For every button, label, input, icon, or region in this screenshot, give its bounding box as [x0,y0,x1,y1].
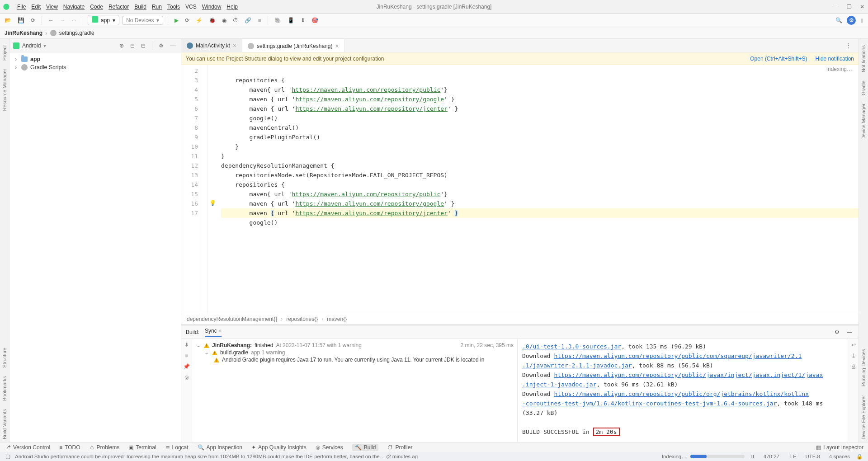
appinsp-tool[interactable]: 🔍App Inspection [198,444,242,451]
hide-pane-icon[interactable]: — [168,41,177,50]
menu-view[interactable]: View [43,2,61,11]
project-app-node[interactable]: › app [11,55,179,63]
scroll-to-end-icon[interactable]: ⤓ [851,353,856,359]
split-back-icon[interactable]: ⤺ [70,16,78,25]
banner-open-link[interactable]: Open (Ctrl+Alt+Shift+S) [750,56,807,62]
menu-run[interactable]: Run [149,2,165,11]
sync-buildgradle-row[interactable]: ⌄ build.gradle app 1 warning [196,349,514,356]
menu-window[interactable]: Window [199,2,224,11]
status-menu-icon[interactable]: ▢ [4,452,12,461]
menu-help[interactable]: Help [224,2,241,11]
structure-stripe[interactable]: Structure [2,345,7,371]
line-gutter[interactable]: 2345678 91011121314151617 [181,65,201,313]
soft-wrap-icon[interactable]: ↩ [851,342,856,348]
apply-changes-icon[interactable]: ⟳ [183,16,191,25]
build-sync-tab[interactable]: Sync × [205,328,222,337]
download-icon[interactable]: ⬇ [184,342,189,348]
menu-code[interactable]: Code [87,2,106,11]
project-view-select[interactable]: Android ▾ [13,42,46,49]
menu-navigate[interactable]: Navigate [61,2,87,11]
intention-bulb-icon[interactable]: 💡 [208,198,217,207]
device-manager-stripe[interactable]: Device Manager [861,101,866,142]
toggle-icon[interactable]: ◎ [184,374,189,381]
project-tool-stripe[interactable]: Project [2,42,7,63]
pause-indexing-icon[interactable]: ⏸ [748,452,757,461]
menu-file[interactable]: File [14,2,28,11]
breadcrumb-file[interactable]: settings.gradle [59,30,94,36]
restart-icon[interactable]: ■ [185,353,188,359]
code-text[interactable]: repositories { maven{ url 'https://maven… [217,65,859,313]
save-icon[interactable]: 💾 [16,16,26,25]
maximize-icon[interactable]: ❐ [847,4,852,10]
run-config-select[interactable]: app ▾ [88,15,119,25]
sync-output[interactable]: .0/ui-test-1.3.0-sources.jar, took 135 m… [518,339,848,442]
hide-build-icon[interactable]: — [845,328,854,337]
device-select[interactable]: No Devices ▾ [122,16,163,25]
running-devices-stripe[interactable]: Running Devices [861,346,866,389]
breadcrumb-root[interactable]: JinRuKeshang [5,30,42,36]
line-sep[interactable]: LF [786,454,801,459]
search-everywhere-icon[interactable]: 🔍 [834,16,844,25]
sdk-manager-icon[interactable]: ⬇ [299,16,307,25]
indexing-progress-label[interactable]: Indexing… [662,454,687,459]
gear-icon[interactable]: ⚙ [157,41,165,50]
minimize-icon[interactable]: — [833,4,839,10]
fold-gutter[interactable] [201,65,208,313]
todo-tool[interactable]: ≡TODO [59,444,80,451]
file-encoding[interactable]: UTF-8 [801,454,825,459]
menu-tools[interactable]: Tools [165,2,183,11]
project-gradle-scripts-node[interactable]: › Gradle Scripts [11,63,179,71]
banner-hide-link[interactable]: Hide notification [816,56,854,62]
crumb-node[interactable]: repositories{} [286,316,318,322]
terminal-tool[interactable]: ▣Terminal [128,444,156,451]
bookmarks-stripe[interactable]: Bookmarks [2,373,7,404]
device-file-explorer-stripe[interactable]: Device File Explorer [861,392,866,442]
attach-debug-icon[interactable]: 🔗 [243,16,253,25]
avd-manager-icon[interactable]: 📱 [286,16,296,25]
sync-root-row[interactable]: ⌄ JinRuKeshang: finished At 2023-11-07 1… [196,342,514,349]
indent-config[interactable]: 4 spaces [825,454,854,459]
lock-icon[interactable]: 🔒 [854,452,864,461]
crumb-node[interactable]: dependencyResolutionManagement{} [187,316,277,322]
locate-file-icon[interactable]: ⊕ [118,41,126,50]
tab-mainactivity[interactable]: MainActivity.kt × [181,39,242,52]
services-tool[interactable]: ◎Services [316,444,343,451]
menu-refactor[interactable]: Refactor [106,2,132,11]
run-icon[interactable]: ▶ [173,16,180,25]
logcat-tool[interactable]: ≣Logcat [165,444,189,451]
tab-settings-gradle[interactable]: settings.gradle (JinRuKeshang) × [242,39,345,52]
close-tab-icon[interactable]: × [233,42,236,49]
gear-icon[interactable]: ⚙ [833,328,841,337]
vcs-tool[interactable]: ⎇Version Control [5,444,50,451]
build-tool[interactable]: 🔨Build [352,444,379,451]
problems-tool[interactable]: ⚠Problems [90,444,120,451]
menu-edit[interactable]: Edit [28,2,43,11]
caret-position[interactable]: 470:27 [757,454,786,459]
coverage-icon[interactable]: ◉ [220,16,228,25]
open-file-icon[interactable]: 📂 [3,16,13,25]
editor-menu-icon[interactable]: ⋮ [844,41,853,50]
close-icon[interactable]: ✕ [860,4,864,10]
notifications-stripe[interactable]: Notifications [861,42,866,75]
tree-expand-icon[interactable]: ⊟ [128,41,137,50]
sync-gradle-icon[interactable]: 🐘 [273,16,283,25]
forward-icon[interactable]: → [58,16,67,25]
apply-code-changes-icon[interactable]: ⚡ [194,16,204,25]
print-icon[interactable]: 🖨 [851,363,856,370]
quality-tool[interactable]: ✦App Quality Insights [251,444,307,451]
menu-build[interactable]: Build [132,2,149,11]
toolbar-menu-icon[interactable]: ▮ [859,16,865,25]
close-tab-icon[interactable]: × [335,42,339,50]
profile-icon[interactable]: ⏱ [231,16,240,25]
profiler-tool[interactable]: ⏱Profiler [387,444,412,451]
stop-icon[interactable]: ■ [256,16,263,25]
resource-manager-stripe[interactable]: Resource Manager [2,66,7,114]
gradle-stripe[interactable]: Gradle [861,78,866,98]
assistant-icon[interactable]: 🎯 [310,16,320,25]
back-icon[interactable]: ← [47,16,56,25]
tree-collapse-icon[interactable]: ⊟ [139,41,147,50]
layout-inspector-tool[interactable]: ▦Layout Inspector [816,444,863,451]
build-variants-stripe[interactable]: Build Variants [2,406,7,442]
crumb-node[interactable]: maven{} [327,316,347,322]
indexing-progress-bar[interactable] [690,455,745,458]
